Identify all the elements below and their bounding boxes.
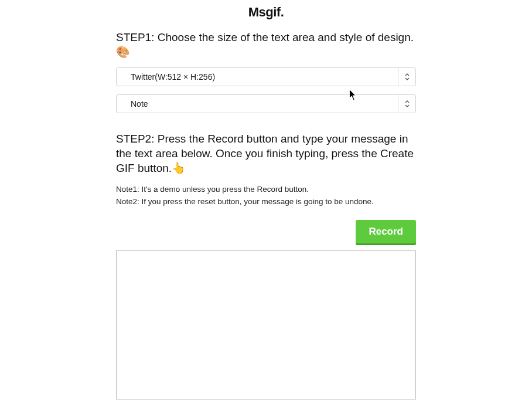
step1-heading-text: STEP1: Choose the size of the text area … <box>116 31 414 43</box>
note1-text: Note1: It's a demo unless you press the … <box>116 184 416 196</box>
record-button[interactable]: Record <box>356 220 416 243</box>
message-textarea[interactable] <box>116 250 416 399</box>
chevron-updown-icon <box>398 95 415 113</box>
palette-icon: 🎨 <box>116 46 130 58</box>
logo: Msgif. <box>116 0 416 22</box>
size-select-value: Twitter(W:512 × H:256) <box>117 72 398 82</box>
step2-heading-text: STEP2: Press the Record button and type … <box>116 133 414 174</box>
size-select[interactable]: Twitter(W:512 × H:256) <box>116 67 416 86</box>
step1-heading: STEP1: Choose the size of the text area … <box>116 31 416 59</box>
style-select[interactable]: Note <box>116 94 416 113</box>
note2-text: Note2: If you press the reset button, yo… <box>116 196 416 208</box>
style-select-value: Note <box>117 99 398 109</box>
pointing-up-icon: 👆 <box>172 162 186 174</box>
step2-heading: STEP2: Press the Record button and type … <box>116 132 416 175</box>
chevron-updown-icon <box>398 68 415 86</box>
